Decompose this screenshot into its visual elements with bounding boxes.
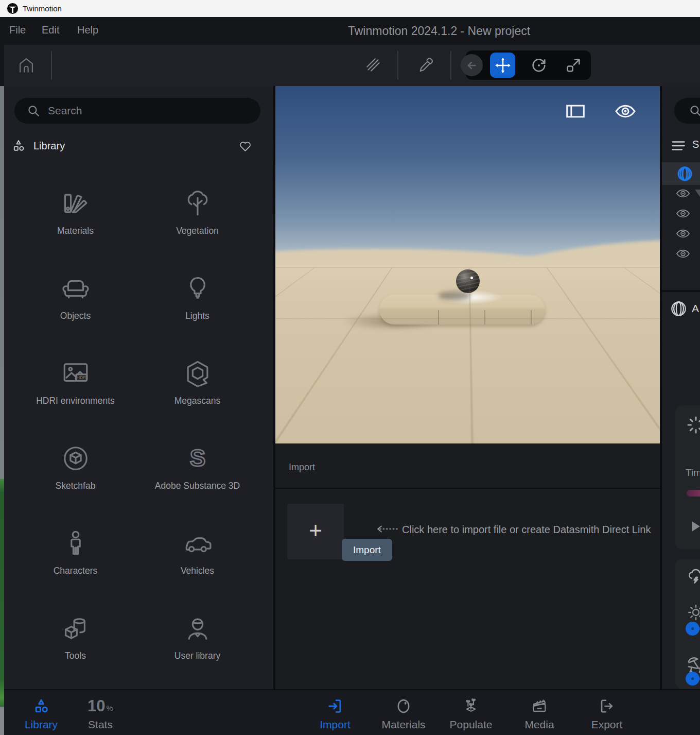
toolbar-separator — [51, 51, 52, 80]
os-window-title: Twinmotion — [23, 4, 62, 13]
menu-help[interactable]: Help — [77, 24, 98, 36]
undo-back-button[interactable] — [461, 54, 483, 76]
eye-icon — [675, 228, 691, 239]
visibility-row[interactable] — [675, 188, 691, 198]
library-item-objects[interactable]: Objects — [14, 255, 136, 340]
scenegraph-selected-row[interactable] — [662, 162, 700, 185]
home-button[interactable] — [16, 55, 36, 76]
twinmotion-logo-icon — [7, 3, 19, 14]
library-search[interactable] — [14, 98, 260, 124]
weather-card[interactable] — [675, 559, 700, 689]
library-item-characters[interactable]: Characters — [14, 510, 136, 595]
diagonal-lines-icon — [364, 57, 383, 74]
viewport-3d[interactable] — [275, 86, 660, 443]
stats-value: 10% — [87, 697, 113, 715]
os-titlebar: Twinmotion — [0, 0, 700, 17]
bottom-tab-export[interactable]: Export — [576, 697, 638, 731]
scenegraph-title-partial: S — [692, 139, 699, 150]
twinmotion-app: Twinmotion File Edit Help Twinmotion 202… — [0, 0, 700, 735]
vegetation-tree-icon — [183, 189, 213, 218]
ambience-title-partial: A — [692, 302, 699, 315]
bottom-tab-stats[interactable]: 10% Stats — [69, 697, 131, 731]
library-item-vehicles[interactable]: Vehicles — [136, 510, 258, 595]
library-item-materials[interactable]: Materials — [14, 170, 136, 255]
bottom-tab-media[interactable]: Media — [509, 697, 570, 731]
vehicles-car-icon — [183, 528, 213, 558]
import-add-tile[interactable]: + — [287, 504, 344, 559]
visibility-row[interactable] — [675, 248, 691, 259]
time-card[interactable]: Tim — [675, 405, 700, 550]
eyedropper-icon — [417, 56, 435, 74]
desktop-strip-gray-bottom — [0, 707, 4, 735]
library-item-tools[interactable]: Tools — [14, 595, 136, 680]
library-shapes-icon — [11, 139, 26, 153]
library-item-lights[interactable]: Lights — [136, 255, 258, 340]
populate-plants-icon — [462, 697, 480, 715]
library-item-megascans[interactable]: Megascans — [136, 340, 258, 425]
ambience-globe-icon — [670, 300, 687, 317]
scene-search[interactable] — [674, 98, 700, 124]
favorites-button[interactable] — [239, 140, 252, 152]
gizmo-toolbar — [466, 50, 591, 80]
ambience-header[interactable]: A — [662, 299, 700, 320]
time-gradient-slider[interactable] — [687, 490, 700, 497]
library-item-sketchfab[interactable]: Sketchfab — [14, 425, 136, 510]
bottom-tab-populate[interactable]: Populate — [440, 697, 502, 731]
bottom-bar: Library 10% Stats Import Materials — [4, 689, 700, 735]
tools-primitives-icon — [61, 613, 91, 643]
visibility-button[interactable] — [615, 104, 636, 119]
library-item-substance[interactable]: S Adobe Substance 3D — [136, 425, 258, 510]
library-item-user-library[interactable]: User library — [136, 595, 258, 680]
rotate-icon — [530, 57, 548, 74]
visibility-row[interactable] — [675, 208, 691, 218]
viewport-sky — [275, 86, 660, 267]
sketchfab-icon — [61, 443, 91, 473]
toolbar-separator — [450, 51, 451, 80]
season-slider-knob[interactable] — [686, 672, 699, 686]
scene-globe-icon — [677, 166, 693, 182]
scale-icon — [565, 57, 582, 74]
sketch-style-button[interactable] — [364, 57, 383, 74]
move-tool-button[interactable] — [490, 53, 515, 78]
eyedropper-button[interactable] — [417, 56, 435, 74]
play-icon[interactable] — [692, 521, 700, 532]
heart-icon — [239, 140, 252, 152]
back-arrow-icon — [465, 59, 479, 72]
menu-file[interactable]: File — [9, 24, 26, 36]
panel-toggle-button[interactable] — [566, 104, 585, 118]
marble-sphere[interactable] — [456, 269, 480, 293]
materials-fan-icon — [61, 189, 91, 218]
menu-edit[interactable]: Edit — [42, 24, 59, 36]
rotate-tool-button[interactable] — [526, 53, 551, 78]
import-dock-title: Import — [289, 462, 315, 473]
desktop-strip-green — [0, 479, 4, 707]
home-icon — [16, 55, 36, 76]
hamburger-icon[interactable] — [671, 140, 686, 152]
weather-slider-knob[interactable] — [686, 622, 699, 636]
library-grid: Materials Vegetation Objects — [14, 170, 261, 680]
bottom-tab-import[interactable]: Import — [304, 697, 366, 731]
svg-text:HDR: HDR — [76, 375, 86, 380]
toolbar-separator — [397, 51, 398, 80]
import-dock: Import + Import Click here to import fil… — [275, 443, 660, 689]
sun-icon — [687, 603, 700, 622]
dashed-arrow-left-icon — [376, 525, 399, 533]
scale-tool-button[interactable] — [561, 53, 586, 78]
bottom-tab-materials[interactable]: Materials — [373, 697, 434, 731]
plus-icon: + — [309, 519, 322, 542]
move-icon — [494, 57, 512, 74]
library-item-hdri[interactable]: HDR HDRI environments — [14, 340, 136, 425]
window-title: Twinmotion 2024.1.2 - New project — [178, 24, 700, 38]
import-hint-text: Click here to import file or create Data… — [402, 524, 651, 536]
expander-triangle[interactable] — [695, 190, 700, 197]
visibility-row[interactable] — [675, 228, 691, 238]
lights-bulb-icon — [183, 274, 213, 303]
time-label-partial: Tim — [686, 467, 700, 478]
sun-rays-icon — [686, 415, 700, 435]
bottom-tab-library[interactable]: Library — [10, 697, 72, 731]
main-toolbar — [4, 45, 700, 86]
media-clapperboard-icon — [531, 697, 548, 715]
library-item-vegetation[interactable]: Vegetation — [136, 170, 258, 255]
search-input[interactable] — [48, 105, 243, 117]
scenegraph-header: S — [662, 138, 700, 155]
